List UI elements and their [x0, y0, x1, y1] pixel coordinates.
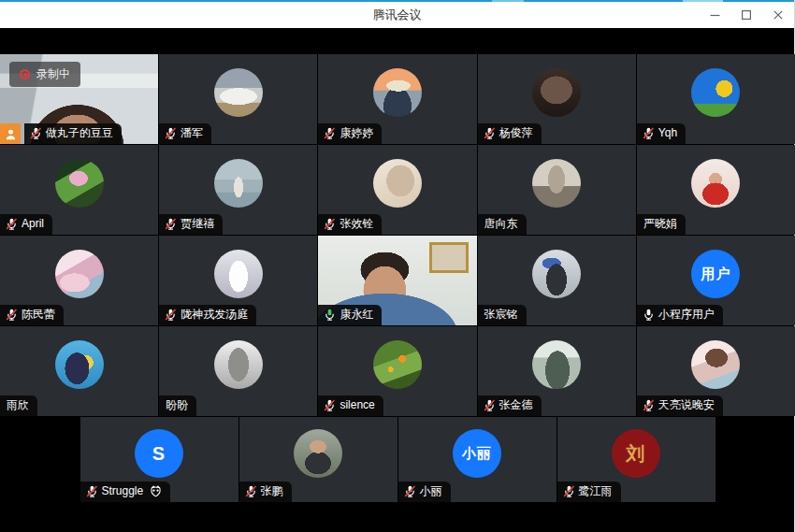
animal-face-icon [150, 485, 162, 497]
participant-tile[interactable]: 贾继禧 [159, 145, 317, 235]
tile-footer: 唐向东 [478, 214, 527, 235]
tile-footer: 做丸子的豆豆 [0, 123, 122, 144]
video-grid-row: April 贾继禧 [0, 145, 795, 235]
participant-tile[interactable]: 杨俊萍 [478, 54, 636, 144]
avatar [691, 159, 740, 208]
participant-tile[interactable]: 张鹏 [239, 417, 398, 502]
participant-label: 小丽 [398, 482, 451, 502]
participant-label: Struggle [80, 482, 171, 502]
avatar [214, 68, 263, 117]
mic-muted-icon [404, 485, 416, 497]
tile-footer: 张宸铭 [478, 305, 527, 325]
tile-footer: 康永红 [318, 305, 382, 325]
participant-tile[interactable]: 盼盼 [159, 326, 317, 416]
window-controls [699, 2, 794, 28]
participant-tile[interactable]: 陇神戎发汤庭 [159, 236, 317, 325]
avatar: 小丽 [453, 429, 501, 478]
participant-tile[interactable]: 张宸铭 [478, 236, 636, 325]
participant-label: silence [318, 395, 383, 416]
participant-name: April [22, 217, 44, 231]
participant-tile[interactable]: 张金德 [478, 326, 636, 416]
tile-footer: 小程序用户 [637, 305, 723, 325]
participant-name: 张效铨 [340, 217, 373, 231]
participant-tile[interactable]: 严晓娟 [637, 145, 795, 235]
title-bar[interactable]: 腾讯会议 [0, 2, 794, 28]
maximize-icon [742, 10, 751, 20]
avatar [294, 429, 342, 478]
participant-label: 张金德 [478, 395, 542, 416]
avatar [214, 340, 263, 389]
meeting-window: 腾讯会议 录制中 [0, 0, 795, 532]
participant-name: 严晓娟 [643, 217, 677, 231]
participant-tile[interactable]: 用户 小程序用户 [637, 236, 795, 325]
avatar: S [135, 429, 183, 478]
mic-muted-icon [6, 218, 18, 230]
window-title: 腾讯会议 [373, 7, 422, 23]
tile-footer: Yqh [637, 123, 686, 144]
participant-tile[interactable]: silence [318, 326, 476, 416]
tile-footer: 康婷婷 [318, 123, 382, 144]
avatar [55, 340, 104, 389]
mic-speaking-icon [324, 309, 336, 321]
maximize-button[interactable] [730, 2, 762, 28]
mic-muted-icon [643, 399, 655, 411]
participant-name: 鹭江雨 [579, 484, 613, 498]
participant-label: 贾继禧 [159, 214, 223, 235]
participant-tile[interactable]: 刘 鹭江雨 [557, 417, 716, 502]
avatar: 刘 [612, 429, 660, 478]
participant-name: 盼盼 [166, 398, 188, 412]
tile-footer: 张鹏 [239, 482, 292, 502]
mic-muted-icon [324, 399, 336, 411]
mic-muted-icon [165, 309, 177, 321]
mic-muted-icon [245, 485, 257, 497]
tile-footer: silence [318, 395, 383, 416]
participant-label: 严晓娟 [637, 214, 686, 235]
participant-label: 唐向东 [478, 214, 527, 235]
tile-footer: 严晓娟 [637, 214, 686, 235]
participant-label: 天亮说晚安 [637, 395, 723, 416]
participant-label: 鹭江雨 [557, 482, 621, 502]
minimize-button[interactable] [699, 2, 730, 28]
participant-tile[interactable]: S Struggle [80, 417, 238, 502]
participant-tile[interactable]: 雨欣 [0, 326, 158, 416]
participant-name: 贾继禧 [181, 217, 214, 231]
participant-name: 康永红 [340, 308, 373, 322]
participant-tile[interactable]: April [0, 145, 158, 235]
participant-name: 天亮说晚安 [658, 398, 715, 412]
avatar [373, 68, 422, 117]
participant-tile[interactable]: 潘军 [159, 54, 317, 144]
participant-name: 小丽 [420, 484, 442, 498]
tile-footer: 杨俊萍 [478, 123, 542, 144]
recording-badge: 录制中 [9, 62, 80, 87]
participant-label: 做丸子的豆豆 [24, 123, 122, 144]
participant-tile[interactable]: Yqh [637, 54, 795, 144]
participant-label: 张鹏 [239, 482, 292, 502]
minimize-icon [710, 10, 720, 21]
participant-tile[interactable]: 录制中 做丸子的豆豆 [0, 54, 158, 144]
avatar [214, 159, 263, 208]
avatar [214, 250, 263, 298]
tile-footer: 雨欣 [0, 395, 37, 416]
tile-footer: Struggle [80, 482, 171, 502]
avatar [532, 250, 581, 298]
avatar [55, 159, 104, 208]
tile-footer: 小丽 [398, 482, 451, 502]
participant-tile[interactable]: 康永红 [318, 236, 476, 325]
video-grid-row: S Struggle [0, 417, 795, 502]
mic-muted-icon [324, 218, 336, 230]
participant-name: Yqh [658, 126, 677, 140]
participant-tile[interactable]: 康婷婷 [318, 54, 476, 144]
mic-muted-icon [643, 127, 655, 139]
participant-tile[interactable]: 小丽 小丽 [398, 417, 556, 502]
avatar [691, 68, 740, 117]
participant-tile[interactable]: 陈民蕾 [0, 236, 158, 325]
mic-on-icon [643, 309, 655, 321]
participant-tile[interactable]: 张效铨 [318, 145, 476, 235]
video-grid-row: 陈民蕾 陇神戎发汤庭 [0, 236, 795, 325]
participant-name: 唐向东 [484, 217, 518, 231]
participant-label: 盼盼 [159, 395, 196, 416]
video-grid: 录制中 做丸子的豆豆 [0, 54, 795, 502]
participant-tile[interactable]: 唐向东 [478, 145, 636, 235]
close-button[interactable] [762, 2, 794, 28]
participant-tile[interactable]: 天亮说晚安 [637, 326, 795, 416]
